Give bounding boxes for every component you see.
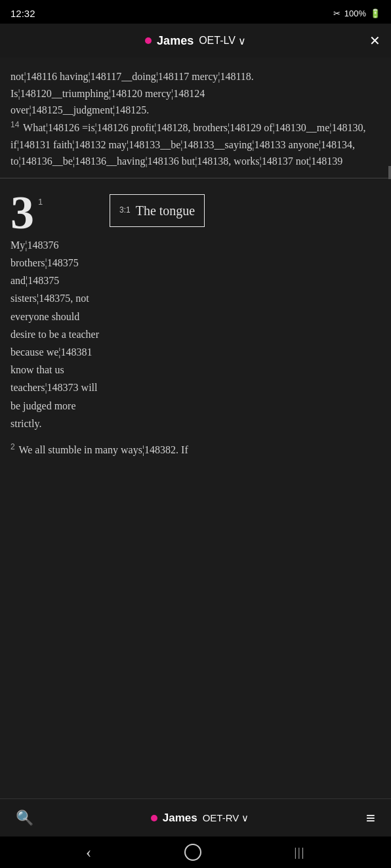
chapter-section: 3 1 My¦148376brothers¦148375and¦148375si… — [0, 178, 391, 798]
chapter-header: 3 1 My¦148376brothers¦148375and¦148375si… — [10, 189, 381, 432]
scroll-indicator — [388, 166, 391, 179]
verse-1-superscript: 1 — [38, 189, 43, 209]
verse-1-text: My¦148376brothers¦148375and¦148375sister… — [10, 236, 99, 432]
bottom-nav-book: James — [163, 812, 197, 825]
content-area: not¦148116 having¦148117__doing¦148117 m… — [0, 58, 391, 798]
signal-icon: ✂ — [333, 9, 340, 18]
chapter-number-col: 3 1 My¦148376brothers¦148375and¦148375si… — [10, 189, 99, 432]
section-heading-ref: 3:1 — [119, 204, 131, 217]
back-button[interactable]: ‹ — [86, 842, 92, 862]
verse-2-line: 2 We all stumble in many ways¦148382. If — [10, 440, 381, 459]
battery-icon: 🔋 — [370, 9, 381, 18]
menu-button[interactable]: ≡ — [366, 809, 375, 827]
section-heading-box: 3:1 The tongue — [110, 194, 205, 227]
header-book: James — [157, 34, 194, 48]
top-text-block: not¦148116 having¦148117__doing¦148117 m… — [0, 58, 391, 178]
chevron-down-icon: ∨ — [238, 35, 246, 47]
status-bar: 12:32 ✂ 100% 🔋 — [0, 0, 391, 24]
recents-button[interactable]: ||| — [294, 846, 305, 859]
chapter-number: 3 — [10, 189, 34, 236]
section-heading-col: 3:1 The tongue — [110, 189, 205, 232]
verse-2-text: We all stumble in many ways¦148382. If — [18, 444, 188, 455]
bottom-version-selector[interactable]: OET-RV ∨ — [203, 812, 249, 824]
system-nav-bar: ‹ ||| — [0, 837, 391, 868]
bottom-chevron-down-icon: ∨ — [241, 812, 249, 824]
status-icons: ✂ 100% 🔋 — [333, 9, 381, 18]
section-heading-title: The tongue — [136, 200, 196, 221]
battery-percent: 100% — [344, 9, 366, 18]
header-version-selector[interactable]: OET-LV ∨ — [199, 35, 246, 47]
verse-14-num: 14 — [10, 120, 19, 129]
bottom-nav-center[interactable]: James OET-RV ∨ — [151, 812, 249, 825]
top-verse-text: not¦148116 having¦148117__doing¦148117 m… — [10, 71, 365, 167]
close-button[interactable]: ✕ — [369, 33, 381, 49]
status-time: 12:32 — [10, 8, 35, 19]
header: James OET-LV ∨ ✕ — [0, 24, 391, 58]
search-button[interactable]: 🔍 — [16, 810, 33, 827]
pink-dot — [145, 37, 152, 44]
home-button[interactable] — [184, 844, 201, 861]
bottom-nav: 🔍 James OET-RV ∨ ≡ — [0, 798, 391, 837]
header-title[interactable]: James OET-LV ∨ — [145, 34, 246, 48]
verse-2-num: 2 — [10, 442, 15, 451]
bottom-pink-dot — [151, 815, 157, 821]
